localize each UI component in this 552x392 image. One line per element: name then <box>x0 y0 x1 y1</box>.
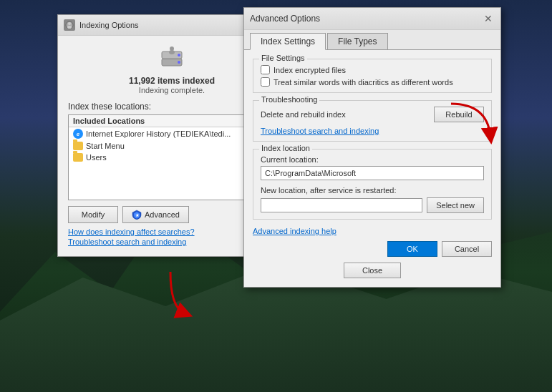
svg-point-6 <box>178 61 180 64</box>
cancel-button[interactable]: Cancel <box>442 241 492 257</box>
encrypt-checkbox[interactable] <box>261 65 270 74</box>
location-name: Users <box>86 153 107 162</box>
svg-point-5 <box>178 54 180 57</box>
advanced-title-text: Advanced Options <box>250 14 320 24</box>
advanced-button[interactable]: ★ Advanced <box>122 206 189 223</box>
advanced-indexing-help-link[interactable]: Advanced indexing help <box>253 227 492 235</box>
current-location-input[interactable] <box>261 166 484 180</box>
tabs-bar: Index Settings File Types <box>244 30 500 50</box>
troubleshoot-section-label: Troubleshooting <box>259 95 319 104</box>
adv-close-row: Close <box>253 263 492 278</box>
svg-point-1 <box>68 22 71 25</box>
advanced-content: File Settings Index encrypted files Trea… <box>244 50 500 287</box>
tab-file-types-label: File Types <box>338 36 377 46</box>
new-location-label: New location, after service is restarted… <box>261 186 484 195</box>
svg-point-2 <box>67 26 72 29</box>
indexing-title-text: Indexing Options <box>79 21 139 29</box>
shield-icon: ★ <box>132 210 142 220</box>
rebuild-desc: Delete and rebuild index <box>261 110 346 119</box>
tab-file-types[interactable]: File Types <box>327 33 387 49</box>
encrypt-label: Index encrypted files <box>273 66 346 74</box>
rebuild-row: Delete and rebuild index Rebuild <box>261 107 484 122</box>
index-icon <box>158 44 186 73</box>
new-location-row: Select new <box>261 197 484 213</box>
advanced-label: Advanced <box>145 210 180 219</box>
indexing-title-icon <box>64 19 75 31</box>
file-settings-section: File Settings Index encrypted files Trea… <box>253 59 492 93</box>
troubleshoot-section: Troubleshooting Delete and rebuild index… <box>253 100 492 142</box>
current-location-label: Current location: <box>261 155 484 164</box>
diacritics-checkbox[interactable] <box>261 77 270 87</box>
ie-icon: e <box>73 129 83 139</box>
folder-icon <box>73 153 83 162</box>
checkbox-row-diacritics: Treat similar words with diacritics as d… <box>261 77 484 87</box>
tab-index-settings-label: Index Settings <box>261 36 315 46</box>
select-new-button[interactable]: Select new <box>427 197 484 213</box>
location-name: Internet Explorer History (TEDIEKA\tedi.… <box>86 129 231 138</box>
new-location-input[interactable] <box>261 198 422 212</box>
ok-button[interactable]: OK <box>387 241 437 257</box>
file-settings-label: File Settings <box>259 54 307 62</box>
modify-button[interactable]: Modify <box>68 206 118 223</box>
rebuild-button[interactable]: Rebuild <box>434 107 484 122</box>
diacritics-label: Treat similar words with diacritics as d… <box>273 78 453 87</box>
svg-point-8 <box>169 50 175 54</box>
troubleshoot-indexing-link[interactable]: Troubleshoot search and indexing <box>261 127 484 135</box>
tab-index-settings[interactable]: Index Settings <box>250 33 326 50</box>
index-location-label: Index location <box>259 144 312 152</box>
advanced-options-window: Advanced Options ✕ Index Settings File T… <box>243 7 501 288</box>
checkbox-row-encrypted: Index encrypted files <box>261 65 484 74</box>
adv-close-button[interactable]: Close <box>344 263 401 278</box>
index-location-section: Index location Current location: New loc… <box>253 149 492 220</box>
close-button[interactable]: ✕ <box>482 12 495 25</box>
adv-bottom-buttons: OK Cancel <box>253 241 492 257</box>
location-name: Start Menu <box>86 142 125 150</box>
advanced-titlebar: Advanced Options ✕ <box>244 8 500 30</box>
folder-icon <box>73 142 83 150</box>
